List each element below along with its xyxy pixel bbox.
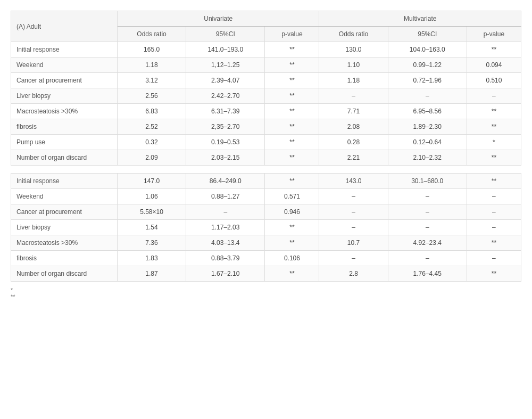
data-cell: – [467, 189, 521, 204]
data-cell: 0.32 [118, 135, 186, 150]
univariate-header: Univariate [118, 11, 319, 27]
data-cell: 0.72–1.96 [388, 73, 467, 88]
data-cell: 1.06 [118, 189, 186, 204]
data-cell: 104.0–163.0 [388, 42, 467, 57]
data-cell: – [319, 88, 388, 104]
data-cell: 2.10–2.32 [388, 150, 467, 166]
row-label-cell: fibrosis [11, 119, 118, 135]
data-cell: ** [467, 150, 521, 166]
spacer-row [11, 166, 521, 174]
data-cell: 1.18 [118, 57, 186, 73]
data-cell: ** [265, 119, 319, 135]
data-cell: 2.56 [118, 88, 186, 104]
row-label-cell: Initial response [11, 174, 118, 189]
data-cell: 1.83 [118, 251, 186, 266]
multi-ci-header: 95%CI [388, 27, 467, 42]
data-cell: – [319, 251, 388, 266]
data-cell: 2.08 [319, 119, 388, 135]
data-cell: 147.0 [118, 174, 186, 189]
table-row: Liver biopsy1.541.17–2.03**––– [11, 220, 521, 235]
data-cell: ** [265, 150, 319, 166]
data-cell: ** [265, 174, 319, 189]
data-cell: 2.09 [118, 150, 186, 166]
table-row: Weekend1.181,12–1.25**1.100.99–1.220.094 [11, 57, 521, 73]
row-label-cell: Macrosteatosis >30% [11, 104, 118, 119]
data-cell: 6.83 [118, 104, 186, 119]
data-cell: – [467, 251, 521, 266]
table-row: fibrosis1.830.88–3.790.106––– [11, 251, 521, 266]
data-cell: 2,35–2.70 [186, 119, 265, 135]
table-row: Macrosteatosis >30%7.364.03–13.4**10.74.… [11, 235, 521, 251]
section-a-label: (A) Adult [11, 11, 118, 42]
uni-pvalue-header: p-value [265, 27, 319, 42]
data-cell: 1.87 [118, 266, 186, 282]
data-cell: – [388, 251, 467, 266]
row-label-cell: Pump use [11, 135, 118, 150]
data-cell: 0.19–0.53 [186, 135, 265, 150]
group-header-row: (A) Adult Univariate Multivariate [11, 11, 521, 27]
data-cell: ** [467, 119, 521, 135]
multi-odds-ratio-header: Odds ratio [319, 27, 388, 42]
data-cell: 0.946 [265, 204, 319, 220]
data-cell: 0.094 [467, 57, 521, 73]
data-cell: – [388, 220, 467, 235]
data-cell: 0.106 [265, 251, 319, 266]
row-label-cell: fibrosis [11, 251, 118, 266]
row-label-cell: Weekend [11, 189, 118, 204]
data-cell: ** [265, 135, 319, 150]
data-cell: 3.12 [118, 73, 186, 88]
table-container: (A) Adult Univariate Multivariate Odds r… [11, 11, 521, 300]
data-cell: 2.8 [319, 266, 388, 282]
data-cell: 1.10 [319, 57, 388, 73]
data-cell: ** [265, 220, 319, 235]
table-row: Macrosteatosis >30%6.836.31–7.39**7.716.… [11, 104, 521, 119]
row-label-cell: Number of organ discard [11, 266, 118, 282]
data-cell: ** [265, 57, 319, 73]
data-cell: 30.1–680.0 [388, 174, 467, 189]
table-body: Initial response165.0141.0–193.0**130.01… [11, 42, 521, 282]
row-label-cell: Cancer at procurement [11, 204, 118, 220]
uni-odds-ratio-header: Odds ratio [118, 27, 186, 42]
data-cell: ** [265, 266, 319, 282]
data-cell: – [186, 204, 265, 220]
data-cell: ** [265, 235, 319, 251]
row-label-cell: Cancer at procurement [11, 73, 118, 88]
data-cell: 143.0 [319, 174, 388, 189]
data-cell: – [388, 204, 467, 220]
row-label-cell: Weekend [11, 57, 118, 73]
row-label-cell: Macrosteatosis >30% [11, 235, 118, 251]
data-cell: ** [265, 88, 319, 104]
data-cell: 2.21 [319, 150, 388, 166]
data-cell: – [467, 204, 521, 220]
multi-pvalue-header: p-value [467, 27, 521, 42]
table-row: Cancer at procurement5.58×10–0.946––– [11, 204, 521, 220]
data-cell: – [388, 189, 467, 204]
row-label-cell: Initial response [11, 42, 118, 57]
data-cell: 6.95–8.56 [388, 104, 467, 119]
data-cell: 7.71 [319, 104, 388, 119]
data-cell: ** [265, 73, 319, 88]
data-cell: ** [467, 235, 521, 251]
multivariate-header: Multivariate [319, 11, 521, 27]
table-row: Pump use0.320.19–0.53**0.280.12–0.64* [11, 135, 521, 150]
data-cell: ** [467, 174, 521, 189]
data-cell: 86.4–249.0 [186, 174, 265, 189]
data-cell: ** [467, 42, 521, 57]
data-cell: 2.52 [118, 119, 186, 135]
data-cell: 7.36 [118, 235, 186, 251]
data-cell: – [467, 88, 521, 104]
data-cell: 2.39–4.07 [186, 73, 265, 88]
table-row: Initial response147.086.4–249.0**143.030… [11, 174, 521, 189]
table-row: Liver biopsy2.562.42–2.70**––– [11, 88, 521, 104]
data-cell: 10.7 [319, 235, 388, 251]
data-cell: 0.12–0.64 [388, 135, 467, 150]
data-cell: 165.0 [118, 42, 186, 57]
data-cell: * [467, 135, 521, 150]
data-cell: 2.42–2.70 [186, 88, 265, 104]
data-cell: 0.99–1.22 [388, 57, 467, 73]
footnotes: * ** [11, 287, 521, 300]
data-cell: 6.31–7.39 [186, 104, 265, 119]
data-cell: 1.18 [319, 73, 388, 88]
data-cell: 1.67–2.10 [186, 266, 265, 282]
data-cell: 1,12–1.25 [186, 57, 265, 73]
